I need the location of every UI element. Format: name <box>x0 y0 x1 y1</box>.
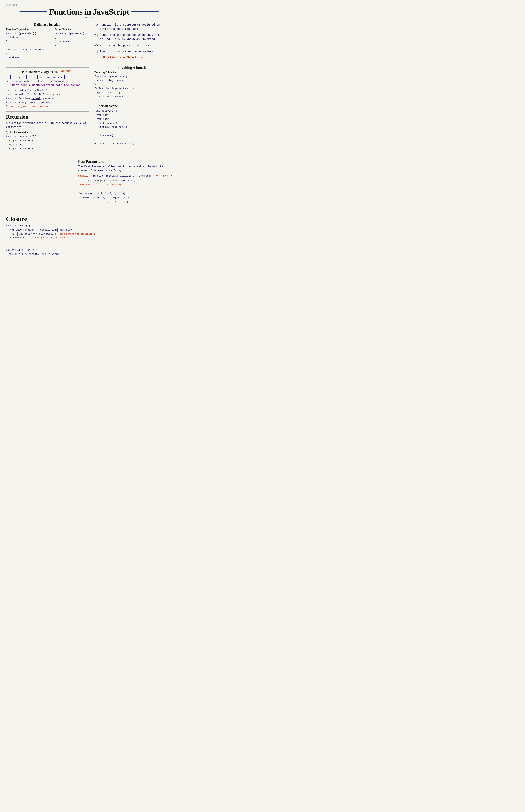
bullet-points: => Function is a Subprogram designed to … <box>94 23 172 60</box>
bottom-section: Rest Parameters. The Rest Parameter allo… <box>6 160 172 205</box>
recursion-section: Recursion A function invoking itself wit… <box>6 114 89 155</box>
left-column: Defining a function Function Expression … <box>6 23 92 158</box>
bullet-4-text: Functions can return some values. <box>100 49 155 54</box>
rest-params-title: Rest Parameters. <box>78 160 172 164</box>
bottom-left <box>6 160 74 205</box>
recursion-desc: A function invoking itself with the redu… <box>6 121 89 130</box>
invoking-subtitle: Declaring A function. <box>94 71 172 74</box>
title-line: Functions in JavaScript <box>6 7 172 17</box>
arrow-sym-4: =| <box>94 50 98 54</box>
rest-code-3: } Var Array = multiply(2, 1, 4, 8) Conso… <box>78 188 172 204</box>
closure-title: Closure <box>6 215 172 223</box>
recursion-title: Recursion <box>6 114 89 120</box>
rest-code-2: return theArgs.map(n=> multiplier *x) mu… <box>78 179 172 187</box>
example-label: example: <box>78 175 90 177</box>
closure-return: return say; <box>10 236 26 239</box>
func-expression-block: Function Expression function (parameter)… <box>6 28 48 65</box>
what-to-say-box: whatToSay <box>57 228 73 232</box>
arrow-code: let name= (parameter)=>{ statement } <box>55 31 89 48</box>
arrow-functions-block: Arrow Functions let name= (parameter)=>{… <box>55 28 89 65</box>
func-expression-title: Function Expression <box>6 28 48 31</box>
func-types-row: Function Expression function (parameter)… <box>6 28 89 65</box>
let-name-true-box: let name = true <box>38 75 64 79</box>
invoking-title: Invoking A function <box>94 65 172 70</box>
page-title: Functions in JavaScript <box>49 7 129 17</box>
arrow-sym-2: =| <box>94 33 98 37</box>
param-label: name is a parameter <box>6 80 31 83</box>
bullet-4: =| Functions can return some values. <box>94 49 172 54</box>
title-bar-left <box>19 12 47 13</box>
params-title-row: Parameters vs. Arguments (important) <box>6 70 89 74</box>
bullet-5: => ✿ Functions are Objects. ✿ <box>94 56 172 60</box>
rest-params-section: Rest Parameters. The Rest Parameter allo… <box>78 160 172 205</box>
bullet-3: => Values can be passed into funcs. <box>94 43 172 48</box>
what-to-say-var-box: whatToSay <box>17 232 33 236</box>
rest-example: example: function multiply(multiplier,..… <box>78 174 172 204</box>
arrow-sym-5: => <box>94 56 98 60</box>
used-before-note: Used before the declaration <box>60 233 95 235</box>
bullet-1-text: Function is a Subprogram designed to per… <box>100 23 172 31</box>
bullet-2: =| Functions are executed when they are … <box>94 33 172 41</box>
what-to-say-line: var whatToSay= "Hello World"; Used befor… <box>10 233 95 235</box>
recursion-syntax-block: Syntax for recursion function recursion(… <box>6 131 89 155</box>
bullet-2-text: Functions are executed when they are cal… <box>100 33 172 41</box>
arg-box-group: let name = true true is the Argument <box>37 75 65 83</box>
let-name-box: let name <box>10 75 27 79</box>
arrow-sym-1: => <box>94 23 98 27</box>
right-column: => Function is a Subprogram designed to … <box>92 23 172 158</box>
recursion-syntax-title: Syntax for recursion <box>6 131 89 134</box>
title-deco: ⌐ / \ <box>6 16 172 19</box>
bullet-3-text: Values can be passed into funcs. <box>100 43 153 48</box>
content-wrapper: Defining a function Function Expression … <box>6 23 172 158</box>
divider-closure <box>6 209 172 209</box>
misunderstand-note: Most people misunderstand both the topic… <box>6 84 89 87</box>
important-label: (important) <box>60 70 73 72</box>
params-section: Parameters vs. Arguments (important) let… <box>6 70 89 109</box>
params-title: Parameters vs. Arguments <box>22 70 58 73</box>
arrow-sym-3: => <box>94 44 98 47</box>
scope-section: Function Scope func getScore (){ var num… <box>94 104 172 146</box>
defining-section: Defining a function Function Expression … <box>6 23 89 65</box>
invoking-section: Invoking A function Declaring A function… <box>94 65 172 99</box>
params-code: const param1 = "Hello World!" const para… <box>6 88 89 109</box>
closure-code: function hello(){ var say= function(){ c… <box>6 224 172 256</box>
rest-params-desc: The Rest Parameter allows us to represen… <box>78 164 172 173</box>
title-section: Functions in JavaScript ⌐ / \ <box>6 7 172 19</box>
arg-label: true is the Argument <box>38 80 64 83</box>
closure-section: Closure function hello(){ var say= funct… <box>6 213 172 256</box>
scope-code: func getScore (){ var num1= 3 var num2= … <box>94 109 172 146</box>
location-label: LOCATION <box>6 4 172 6</box>
bullet-5-text: ✿ Functions are Objects. ✿ <box>100 56 143 60</box>
rest-code-1: function multiply(multiplier,...theArgs)… <box>91 175 151 177</box>
func-expression-code: function (parameter){ statement } or let… <box>6 31 48 64</box>
params-boxes-row: let name name is a parameter let name = … <box>6 75 89 83</box>
recursion-code: function recursion(){ // your code here … <box>6 135 89 155</box>
bullet-1: => Function is a Subprogram designed to … <box>94 23 172 31</box>
scope-title: Function Scope <box>94 104 172 108</box>
invoking-code: function logName(name){ console.log (nam… <box>94 75 172 99</box>
arrow-title: Arrow Functions <box>55 28 89 31</box>
defining-title: Defining a function <box>6 23 89 26</box>
title-bar-right <box>131 12 159 13</box>
defined-after-note: Defined After the function <box>35 237 69 239</box>
param-box-group: let name name is a parameter <box>6 75 31 83</box>
